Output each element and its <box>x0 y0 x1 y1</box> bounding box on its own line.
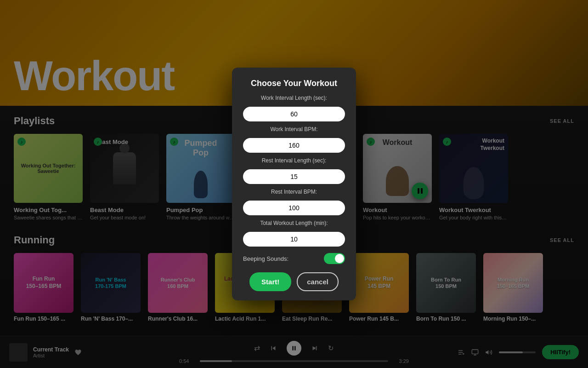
workout-modal: Choose Your Workout Work Interval Length… <box>232 68 356 300</box>
work-interval-bpm-input[interactable] <box>243 138 345 153</box>
beeping-sounds-label: Beeping Sounds: <box>243 255 288 262</box>
work-interval-bpm-label: Work Interval BPM: <box>243 126 345 132</box>
total-workout-length-label: Total Workout Length (min): <box>243 220 345 226</box>
beeping-sounds-toggle[interactable] <box>324 253 345 264</box>
total-workout-length-input[interactable] <box>243 232 345 247</box>
toggle-knob <box>335 254 344 263</box>
work-interval-length-input[interactable] <box>243 107 345 121</box>
work-interval-length-label: Work Interval Length (sec): <box>243 95 345 101</box>
cancel-button[interactable]: cancel <box>297 272 339 291</box>
modal-overlay: Choose Your Workout Work Interval Length… <box>0 0 588 368</box>
start-button[interactable]: Start! <box>249 272 291 291</box>
modal-buttons: Start! cancel <box>243 272 345 291</box>
rest-interval-bpm-label: Rest Interval BPM: <box>243 189 345 195</box>
rest-interval-bpm-input[interactable] <box>243 201 345 215</box>
modal-title: Choose Your Workout <box>251 79 337 88</box>
beeping-sounds-row: Beeping Sounds: <box>243 253 345 264</box>
rest-interval-length-input[interactable] <box>243 169 345 184</box>
rest-interval-length-label: Rest Interval Length (sec): <box>243 157 345 164</box>
